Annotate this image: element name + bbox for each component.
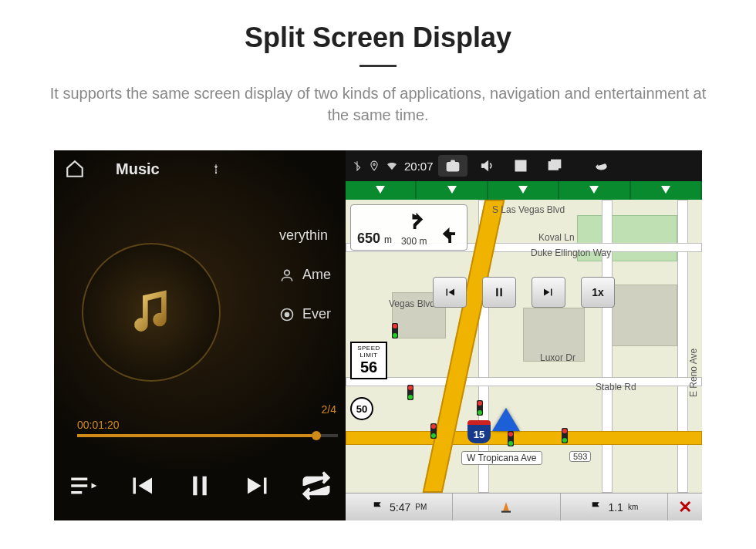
- lane-arrow: [488, 181, 559, 200]
- route-shield: 50: [350, 397, 373, 420]
- street-label: Koval Ln: [538, 232, 575, 243]
- page-title: Split Screen Display: [0, 22, 756, 54]
- playlist-icon[interactable]: [67, 470, 100, 502]
- svg-rect-10: [449, 232, 452, 243]
- usb-icon[interactable]: [211, 160, 221, 177]
- nav-close-button[interactable]: ✕: [668, 493, 702, 520]
- track-artist: Ame: [302, 267, 331, 283]
- track-title-line: verythin: [279, 227, 331, 244]
- street-label: S Las Vegas Blvd: [492, 204, 565, 215]
- person-icon: [279, 268, 295, 283]
- home-icon[interactable]: [65, 159, 85, 179]
- street-label: Duke Ellington Way: [531, 248, 611, 258]
- track-counter: 2/4: [322, 403, 336, 416]
- track-album-line: Ever: [279, 306, 331, 322]
- elapsed-time: 00:01:20: [77, 419, 338, 431]
- wifi-icon: [386, 160, 398, 172]
- music-note-icon: [124, 285, 178, 339]
- street-label: Luxor Dr: [540, 352, 575, 363]
- turn-left-icon: [403, 210, 426, 233]
- map-speed-button[interactable]: 1x: [581, 277, 615, 308]
- cone-icon: [499, 500, 513, 514]
- track-artist-line: Ame: [279, 267, 331, 283]
- prev-track-icon[interactable]: [125, 470, 157, 502]
- volume-button[interactable]: [472, 155, 501, 177]
- bluetooth-icon: [352, 160, 363, 171]
- traffic-cell[interactable]: [453, 493, 560, 520]
- turn-primary-unit: m: [384, 234, 392, 245]
- street-label: Stable Rd: [596, 382, 636, 392]
- street-label: E Reno Ave: [688, 349, 699, 397]
- split-screen-device: Music verythin Ame Ever 2/4 00:01:20: [54, 150, 702, 520]
- repeat-icon[interactable]: [300, 470, 332, 502]
- eta-value: 5:47: [390, 501, 410, 514]
- lane-guidance-bar: [346, 181, 702, 200]
- speed-limit-label: SPEED LIMIT: [352, 345, 386, 359]
- nav-bottom-bar: 5:47 PM 1.1 km ✕: [346, 493, 702, 520]
- turn-primary-distance: 650: [357, 231, 380, 246]
- traffic-light-icon: [477, 400, 483, 416]
- distance-cell[interactable]: 1.1 km: [561, 493, 668, 520]
- svg-rect-11: [501, 510, 511, 512]
- traffic-light-icon: [392, 323, 398, 338]
- music-pane: Music verythin Ame Ever 2/4 00:01:20: [54, 150, 346, 520]
- map-media-controls: 1x: [433, 277, 615, 308]
- svg-point-6: [451, 164, 454, 168]
- traffic-light-icon: [508, 431, 514, 446]
- lane-arrow: [346, 181, 417, 200]
- svg-point-3: [285, 312, 289, 316]
- seek-bar-fill: [77, 434, 312, 437]
- flag-icon: [589, 500, 603, 514]
- speed-limit-value: 56: [352, 359, 386, 376]
- screenshot-button[interactable]: [438, 155, 467, 177]
- eta-unit: PM: [415, 503, 427, 511]
- music-header-label: Music: [116, 160, 160, 178]
- map-pause-button[interactable]: [482, 277, 516, 308]
- seek-bar[interactable]: [77, 434, 338, 437]
- street-sign: W Tropicana Ave: [461, 451, 542, 465]
- disc-icon: [279, 307, 295, 322]
- svg-point-0: [215, 172, 217, 173]
- traffic-light-icon: [407, 385, 413, 400]
- speed-limit-sign: SPEED LIMIT 56: [350, 342, 387, 379]
- lane-arrow: [559, 181, 630, 200]
- svg-rect-9: [551, 160, 560, 168]
- close-app-button[interactable]: [506, 155, 535, 177]
- track-title: verythin: [279, 227, 328, 244]
- track-list: verythin Ame Ever: [279, 227, 331, 345]
- turn-instruction: 650 m 300 m: [350, 204, 467, 251]
- flag-icon: [371, 500, 385, 514]
- seek-bar-thumb[interactable]: [312, 431, 321, 440]
- title-underline: [359, 65, 397, 67]
- back-button[interactable]: [585, 155, 614, 177]
- lane-arrow: [631, 181, 702, 200]
- distance-value: 1.1: [608, 501, 623, 514]
- recent-apps-button[interactable]: [540, 155, 569, 177]
- progress-area: 2/4 00:01:20: [77, 419, 338, 437]
- map-prev-button[interactable]: [433, 277, 467, 308]
- interstate-shield: 15: [467, 420, 491, 443]
- album-art: [82, 243, 221, 382]
- svg-point-4: [373, 163, 375, 165]
- map-building: [608, 285, 677, 346]
- page-subtitle: It supports the same screen display of t…: [46, 83, 710, 126]
- route-number: 593: [569, 451, 591, 462]
- svg-point-1: [285, 270, 290, 275]
- vehicle-cursor: [492, 408, 520, 431]
- pause-icon[interactable]: [184, 470, 216, 502]
- next-track-icon[interactable]: [242, 470, 275, 502]
- map-next-button[interactable]: [532, 277, 565, 308]
- close-icon: ✕: [678, 497, 692, 517]
- street-label: Vegas Blvd: [389, 298, 435, 309]
- traffic-light-icon: [430, 423, 437, 439]
- distance-unit: km: [628, 503, 638, 511]
- status-bar: 20:07: [346, 150, 702, 181]
- turn-left-icon: [436, 224, 459, 247]
- map-road: [346, 377, 702, 386]
- location-icon: [369, 160, 380, 171]
- lane-arrow: [417, 181, 488, 200]
- map-highway: [346, 431, 702, 445]
- map-canvas[interactable]: S Las Vegas Blvd Koval Ln Duke Ellington…: [346, 200, 702, 493]
- turn-secondary-distance: 300 m: [401, 236, 427, 247]
- eta-cell[interactable]: 5:47 PM: [346, 493, 453, 520]
